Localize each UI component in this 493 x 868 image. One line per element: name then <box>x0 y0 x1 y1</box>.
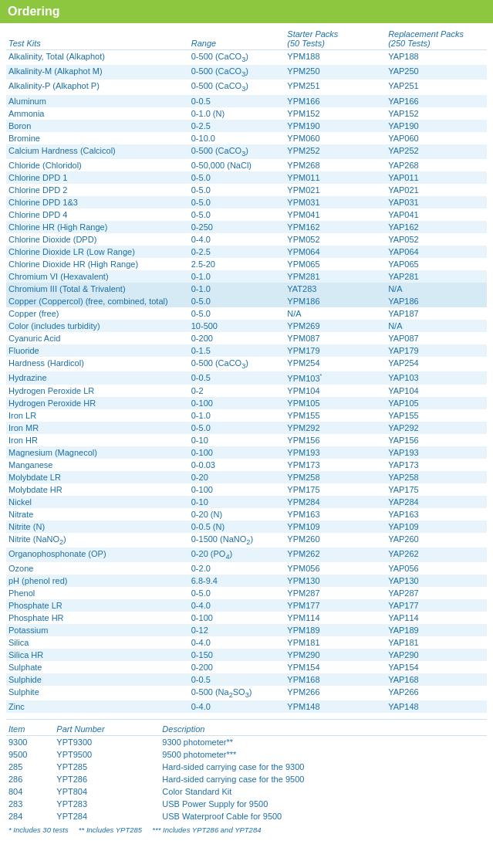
table-row: Chromium III (Total & Trivalent) <box>6 283 189 295</box>
table-replacement: YAP173 <box>386 459 487 471</box>
table-row: Chlorine HR (High Range) <box>6 221 189 233</box>
table-row: Potassium <box>6 624 189 636</box>
table-row: Hydrogen Peroxide HR <box>6 397 189 409</box>
table-starter: YPM260 <box>285 533 386 548</box>
table-row: Silica HR <box>6 649 189 661</box>
table-row: Iron MR <box>6 422 189 434</box>
table-replacement: YAP064 <box>386 246 487 258</box>
table-range: 0-5.0 <box>189 307 285 320</box>
table-replacement: YAP109 <box>386 520 487 533</box>
table-range: 0-20 (PO4) <box>189 548 285 562</box>
table-replacement: YAP175 <box>386 483 487 496</box>
table-starter: YPM292 <box>285 422 386 434</box>
table-range: 0-1.5 <box>189 344 285 357</box>
list-item: 804 <box>6 785 54 798</box>
table-starter: YPM021 <box>285 184 386 196</box>
col-header-description: Description <box>160 720 487 736</box>
table-starter: YPM173 <box>285 459 386 471</box>
table-range: 0-5.0 <box>189 184 285 196</box>
table-replacement: YAP104 <box>386 385 487 397</box>
table-replacement: YAP056 <box>386 562 487 575</box>
table-range: 0-1500 (NaNO2) <box>189 533 285 548</box>
table-row: Chloride (Chloridol) <box>6 159 189 171</box>
table-replacement: YAP188 <box>386 50 487 66</box>
table-starter: YPM254 <box>285 357 386 371</box>
table-row: Molybdate LR <box>6 471 189 483</box>
table-starter: YPM284 <box>285 496 386 508</box>
table-row: Ozone <box>6 562 189 575</box>
table-range: 0-0.5 <box>189 371 285 385</box>
table-starter: YPM103* <box>285 371 386 385</box>
table-starter: YPM056 <box>285 562 386 575</box>
table-range: 0-1.0 <box>189 409 285 422</box>
table-row: Fluoride <box>6 344 189 357</box>
table-replacement: YAP177 <box>386 599 487 612</box>
table-range: 0-5.0 <box>189 209 285 221</box>
table-range: 0-5.0 <box>189 171 285 184</box>
table-starter: YPM188 <box>285 50 386 66</box>
table-replacement: YAP260 <box>386 533 487 548</box>
list-item: 283 <box>6 798 54 810</box>
table-row: Chromium VI (Hexavalent) <box>6 270 189 283</box>
table-starter: YPM186 <box>285 295 386 307</box>
table-range: 0-50,000 (NaCl) <box>189 159 285 171</box>
table-row: Phenol <box>6 587 189 599</box>
table-starter: YPM031 <box>285 196 386 209</box>
table-replacement: YAP130 <box>386 575 487 587</box>
table-replacement: YAP251 <box>386 80 487 94</box>
table-replacement: YAP021 <box>386 184 487 196</box>
table-row: Chlorine DPD 4 <box>6 209 189 221</box>
table-row: Chlorine Dioxide (DPD) <box>6 233 189 246</box>
col-header-starter: Starter Packs(50 Tests) <box>285 26 386 50</box>
table-range: 0-500 (CaCO3) <box>189 357 285 371</box>
list-description: USB Waterproof Cable for 9500 <box>160 810 487 822</box>
table-starter: YPM175 <box>285 483 386 496</box>
table-row: Copper (free) <box>6 307 189 320</box>
table-starter: YPM251 <box>285 80 386 94</box>
table-range: 0-500 (CaCO3) <box>189 80 285 94</box>
table-replacement: YAP156 <box>386 434 487 446</box>
table-replacement: YAP181 <box>386 636 487 649</box>
table-row: Chlorine DPD 1 <box>6 171 189 184</box>
table-row: Cyanuric Acid <box>6 332 189 344</box>
table-starter: N/A <box>285 307 386 320</box>
table-replacement: YAP186 <box>386 295 487 307</box>
list-item: 9500 <box>6 748 54 761</box>
table-range: 0-150 <box>189 649 285 661</box>
table-replacement: YAP105 <box>386 397 487 409</box>
table-replacement: YAP162 <box>386 221 487 233</box>
table-row: Phosphate HR <box>6 612 189 624</box>
list-part: YPT804 <box>54 785 160 798</box>
table-row: Hydrazine <box>6 371 189 385</box>
table-range: 0-2.0 <box>189 562 285 575</box>
table-range: 0-2 <box>189 385 285 397</box>
page-title: Ordering <box>8 5 60 18</box>
table-range: 0-4.0 <box>189 599 285 612</box>
table-row: Nitrate <box>6 508 189 520</box>
table-replacement: YAP114 <box>386 612 487 624</box>
table-range: 0-5.0 <box>189 295 285 307</box>
table-starter: YPM193 <box>285 446 386 459</box>
table-replacement: YAP281 <box>386 270 487 283</box>
table-row: Silica <box>6 636 189 649</box>
table-starter: YPM287 <box>285 587 386 599</box>
table-replacement: YAP041 <box>386 209 487 221</box>
table-range: 0-100 <box>189 612 285 624</box>
table-range: 0-4.0 <box>189 700 285 713</box>
table-starter: YPM258 <box>285 471 386 483</box>
table-replacement: YAP154 <box>386 661 487 673</box>
table-replacement: YAP252 <box>386 144 487 159</box>
table-starter: YPM011 <box>285 171 386 184</box>
table-range: 0-1.0 (N) <box>189 107 285 120</box>
table-starter: YPM065 <box>285 258 386 270</box>
table-replacement: YAP155 <box>386 409 487 422</box>
table-starter: YPM162 <box>285 221 386 233</box>
col-header-item: Item <box>6 720 54 736</box>
table-starter: YAT283 <box>285 283 386 295</box>
table-replacement: YAP284 <box>386 496 487 508</box>
table-starter: YPM166 <box>285 95 386 107</box>
table-starter: YPM154 <box>285 661 386 673</box>
table-range: 0-200 <box>189 332 285 344</box>
table-row: Phosphate LR <box>6 599 189 612</box>
table-replacement: YAP011 <box>386 171 487 184</box>
